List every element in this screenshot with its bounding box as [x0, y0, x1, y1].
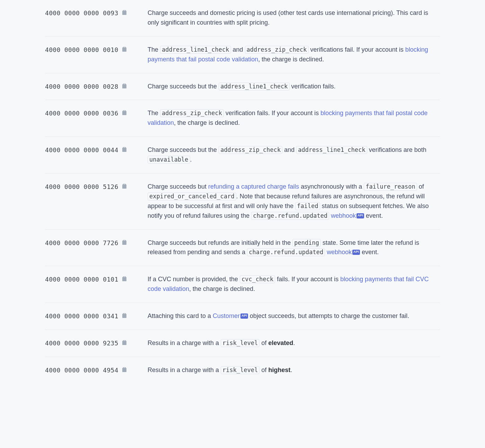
description-text: and	[282, 146, 296, 153]
card-number: 4000 0000 0000 5126	[45, 183, 118, 190]
clipboard-icon[interactable]	[122, 312, 128, 319]
description-text: verifications fail. If your account is	[309, 46, 405, 53]
description-text: object succeeds, but attempts to charge …	[248, 312, 409, 319]
card-number: 4000 0000 0000 7726	[45, 239, 118, 247]
inline-code: address_zip_check	[160, 109, 224, 117]
description-text: Results in a charge with a	[148, 339, 221, 346]
description-cell: If a CVC number is provided, the cvc_che…	[146, 266, 440, 303]
card-number: 4000 0000 0000 0036	[45, 110, 118, 117]
description-text: of	[417, 183, 424, 190]
card-number: 4000 0000 0000 4954	[45, 367, 118, 374]
clipboard-icon[interactable]	[122, 276, 128, 283]
description-text: Charge succeeds but the	[148, 146, 219, 153]
inline-code: failure_reason	[364, 183, 417, 191]
table-row: 4000 0000 0000 0044Charge succeeds but t…	[45, 137, 440, 173]
card-number-cell: 4000 0000 0000 7726	[45, 230, 146, 266]
card-number-cell: 4000 0000 0000 9235	[45, 330, 146, 357]
description-cell: Charge succeeds but the address_line1_ch…	[146, 73, 440, 100]
inline-code: charge.refund.updated	[247, 248, 325, 256]
api-link[interactable]: Customer	[213, 312, 240, 319]
description-text: The	[148, 110, 160, 117]
card-number: 4000 0000 0000 0044	[45, 146, 118, 154]
description-text: Charge succeeds but the	[148, 83, 219, 90]
description-text: asynchronously with a	[299, 183, 364, 190]
clipboard-icon[interactable]	[122, 367, 128, 373]
card-number-cell: 4000 0000 0000 0093	[45, 0, 146, 36]
description-cell: The address_zip_check verification fails…	[146, 100, 440, 137]
card-number: 4000 0000 0000 0028	[45, 83, 118, 90]
card-number-cell: 4000 0000 0000 5126	[45, 173, 146, 230]
api-link[interactable]: webhook	[327, 249, 352, 256]
description-cell: Results in a charge with a risk_level of…	[146, 330, 440, 357]
inline-code: pending	[292, 239, 321, 247]
clipboard-icon[interactable]	[122, 146, 128, 153]
inline-code: unavailable	[148, 156, 190, 164]
card-number-cell: 4000 0000 0000 0044	[45, 137, 146, 173]
description-text: Results in a charge with a	[148, 367, 221, 373]
table-row: 4000 0000 0000 5126Charge succeeds but r…	[45, 173, 440, 230]
description-text: Charge succeeds but refunds are initiall…	[148, 239, 292, 246]
card-number-cell: 4000 0000 0000 4954	[45, 357, 146, 384]
inline-code: expired_or_canceled_card	[148, 192, 236, 200]
table-row: 4000 0000 0000 0036The address_zip_check…	[45, 100, 440, 137]
card-number: 4000 0000 0000 0341	[45, 312, 118, 320]
description-text: The	[148, 46, 160, 53]
inline-code: risk_level	[221, 366, 259, 374]
table-row: 4000 0000 0000 0101If a CVC number is pr…	[45, 266, 440, 303]
card-number: 4000 0000 0000 9235	[45, 339, 118, 347]
api-link[interactable]: webhook	[331, 212, 356, 219]
card-number-cell: 4000 0000 0000 0010	[45, 36, 146, 73]
table-row: 4000 0000 0000 0341Attaching this card t…	[45, 303, 440, 330]
inline-code: charge.refund.updated	[251, 212, 329, 220]
inline-code: address_line1_check	[296, 146, 367, 154]
clipboard-icon[interactable]	[122, 83, 128, 90]
clipboard-icon[interactable]	[122, 339, 128, 346]
description-text: , the charge is declined.	[174, 119, 240, 126]
clipboard-icon[interactable]	[122, 110, 128, 117]
api-badge: API	[352, 250, 360, 255]
description-text: of	[259, 367, 268, 373]
inline-code: address_line1_check	[219, 83, 289, 91]
description-cell: Charge succeeds and domestic pricing is …	[146, 0, 440, 36]
clipboard-icon[interactable]	[122, 239, 128, 246]
description-text: event.	[364, 212, 383, 219]
description-text: .	[291, 367, 292, 373]
card-number: 4000 0000 0000 0010	[45, 46, 118, 53]
description-cell: Results in a charge with a risk_level of…	[146, 357, 440, 384]
description-text: Charge succeeds and domestic pricing is …	[148, 9, 428, 26]
api-badge: API	[356, 213, 364, 218]
test-cards-table: 4000 0000 0000 0093Charge succeeds and d…	[45, 0, 440, 384]
description-text: and	[231, 46, 245, 53]
description-text: verifications are both	[367, 146, 426, 153]
card-number: 4000 0000 0000 0101	[45, 276, 118, 283]
card-number-cell: 4000 0000 0000 0341	[45, 303, 146, 330]
description-cell: Charge succeeds but the address_zip_chec…	[146, 137, 440, 173]
table-row: 4000 0000 0000 0028Charge succeeds but t…	[45, 73, 440, 100]
description-cell: Charge succeeds but refunds are initiall…	[146, 230, 440, 266]
emphasis-text: highest	[268, 367, 290, 373]
table-row: 4000 0000 0000 9235Results in a charge w…	[45, 330, 440, 357]
emphasis-text: elevated	[268, 339, 293, 346]
description-text: .	[190, 156, 192, 163]
doc-link[interactable]: refunding a captured charge fails	[208, 183, 299, 190]
card-number-cell: 4000 0000 0000 0101	[45, 266, 146, 303]
inline-code: address_zip_check	[245, 46, 309, 54]
description-text: event.	[360, 249, 379, 256]
table-row: 4000 0000 0000 0010The address_line1_che…	[45, 36, 440, 73]
inline-code: cvc_check	[240, 275, 275, 283]
card-number-cell: 4000 0000 0000 0028	[45, 73, 146, 100]
description-cell: Charge succeeds but refunding a captured…	[146, 173, 440, 230]
inline-code: address_zip_check	[219, 146, 282, 154]
card-number-cell: 4000 0000 0000 0036	[45, 100, 146, 137]
description-text: , the charge is declined.	[189, 285, 255, 292]
description-cell: The address_line1_check and address_zip_…	[146, 36, 440, 73]
table-row: 4000 0000 0000 7726Charge succeeds but r…	[45, 230, 440, 266]
card-number: 4000 0000 0000 0093	[45, 9, 118, 17]
description-text: verification fails. If your account is	[224, 110, 320, 117]
clipboard-icon[interactable]	[122, 46, 128, 53]
clipboard-icon[interactable]	[122, 183, 128, 190]
clipboard-icon[interactable]	[122, 9, 128, 16]
description-text: Charge succeeds but	[148, 183, 208, 190]
table-row: 4000 0000 0000 4954Results in a charge w…	[45, 357, 440, 384]
description-text: fails. If your account is	[275, 276, 340, 283]
